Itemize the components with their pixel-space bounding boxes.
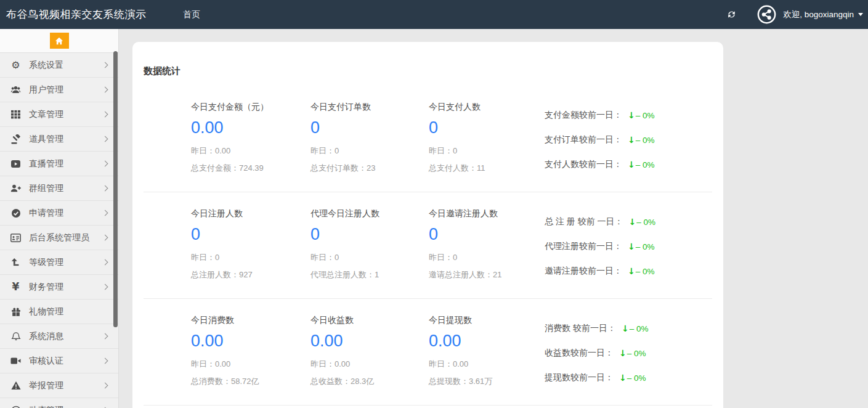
down-arrow-icon: ↓: [628, 160, 635, 169]
sidebar-item-system-settings[interactable]: ⚙ 系统设置: [0, 53, 118, 78]
sidebar-item-dynamics-management[interactable]: 动态管理: [0, 398, 118, 408]
chevron-right-icon: [102, 383, 108, 389]
down-arrow-icon: ↓: [622, 324, 629, 333]
comparison-line: 代理注册较前一日： ↓ – 0%: [545, 234, 712, 259]
sidebar-item-finance-management[interactable]: ¥ 财务管理: [0, 275, 118, 300]
comparison-label: 消费数 较前一日：: [545, 323, 616, 334]
comparison-line: 总 注 册 较前 一日： ↓ – 0%: [545, 210, 712, 234]
comparison-value: – 0%: [636, 242, 655, 251]
stat-yesterday: 昨日：0.00: [310, 359, 429, 370]
chevron-right-icon: [102, 235, 108, 241]
stat-value: 0: [310, 118, 429, 137]
sidebar-item-label: 用户管理: [29, 84, 103, 96]
comparison-label: 收益数较前一日：: [545, 348, 614, 359]
stats-row-consumption: 今日消费数 0.00 昨日：0.00 总消费数：58.72亿 今日收益数 0.0…: [144, 299, 712, 406]
stat-total: 总支付订单数：23: [310, 163, 429, 174]
sidebar-item-review-certification[interactable]: 审核认证: [0, 349, 118, 373]
navbar-right-group: 欢迎, bogoxiangqin: [726, 0, 863, 29]
sidebar-item-label: 礼物管理: [29, 306, 109, 317]
stat-label: 今日邀请注册人数: [429, 208, 545, 219]
stat-label: 代理今日注册人数: [310, 208, 429, 219]
home-button[interactable]: [50, 33, 69, 49]
sidebar-item-props-management[interactable]: 道具管理: [0, 127, 118, 152]
sidebar-item-label: 申请管理: [29, 208, 103, 219]
live-play-icon: [9, 160, 22, 168]
sidebar-item-group-management[interactable]: 群组管理: [0, 176, 118, 201]
id-card-icon: [9, 234, 22, 242]
chevron-right-icon: [102, 62, 108, 68]
stat-value: 0.00: [191, 332, 310, 351]
comparison-block: 消费数 较前一日： ↓ – 0% 收益数较前一日： ↓ – 0% 提现数较前一日…: [545, 316, 712, 390]
comparison-line: 支付订单较前一日： ↓ – 0%: [545, 128, 712, 152]
sidebar-item-label: 文章管理: [29, 109, 103, 120]
comparison-value: – 0%: [636, 160, 655, 169]
sidebar-item-application-management[interactable]: 申请管理: [0, 201, 118, 226]
stat-total: 总支付人数：11: [429, 163, 545, 174]
home-icon: [55, 37, 63, 45]
comparison-label: 提现数较前一日：: [545, 372, 614, 383]
stat-yesterday: 昨日：0: [310, 252, 429, 263]
stat-label: 今日支付订单数: [310, 102, 429, 113]
chevron-right-icon: [102, 284, 108, 290]
sidebar-item-system-messages[interactable]: 系统消息: [0, 324, 118, 349]
chevron-right-icon: [102, 358, 108, 364]
row-icon-spacer: [144, 102, 191, 177]
sidebar-item-article-management[interactable]: 文章管理: [0, 102, 118, 127]
stat-label: 今日支付金额（元）: [191, 102, 310, 113]
stat-yesterday: 昨日：0: [429, 145, 545, 157]
comparison-line: 消费数 较前一日： ↓ – 0%: [545, 316, 712, 341]
welcome-user-dropdown[interactable]: 欢迎, bogoxiangqin: [783, 9, 854, 20]
stat-yesterday: 昨日：0.00: [429, 359, 545, 370]
nav-home-link[interactable]: 首页: [183, 0, 200, 29]
sidebar-item-report-management[interactable]: 举报管理: [0, 373, 118, 398]
chevron-right-icon: [102, 186, 108, 192]
app-title: 布谷鸟视频相亲交友系统演示: [6, 0, 147, 29]
row-icon-spacer: [144, 208, 191, 284]
sidebar-item-label: 审核认证: [29, 356, 103, 367]
users-icon: [9, 85, 22, 94]
comparison-label: 邀请注册较前一日：: [545, 266, 622, 277]
chevron-right-icon: [102, 333, 108, 340]
stat-total: 总收益数：28.3亿: [310, 376, 429, 387]
sidebar-item-label: 道具管理: [29, 134, 103, 145]
grid-icon: [9, 110, 22, 119]
stat-value: 0.00: [429, 332, 545, 351]
down-arrow-icon: ↓: [629, 217, 636, 227]
chevron-right-icon: [102, 210, 108, 216]
sidebar-item-live-management[interactable]: 直播管理: [0, 152, 118, 176]
comparison-value: – 0%: [636, 218, 655, 227]
gift-icon: [9, 307, 22, 317]
stat-label: 今日消费数: [191, 315, 310, 326]
comparison-label: 总 注 册 较前 一日：: [545, 216, 623, 227]
sidebar-item-user-management[interactable]: 用户管理: [0, 78, 118, 102]
user-plus-icon: [9, 184, 22, 193]
sidebar-scrollbar-thumb[interactable]: [113, 51, 118, 327]
chevron-right-icon: [102, 87, 108, 93]
comparison-value: – 0%: [636, 267, 655, 276]
stat-card-invite-registrations: 今日邀请注册人数 0 昨日：0 邀请总注册人数：21: [429, 208, 545, 284]
sidebar-item-gift-management[interactable]: 礼物管理: [0, 300, 118, 324]
comparison-label: 代理注册较前一日：: [545, 241, 622, 252]
stat-yesterday: 昨日：0: [429, 252, 545, 263]
stat-total: 总注册人数：927: [191, 269, 310, 280]
refresh-icon[interactable]: [726, 9, 737, 20]
stat-card-today-consumption: 今日消费数 0.00 昨日：0.00 总消费数：58.72亿: [191, 315, 310, 390]
stat-value: 0: [191, 225, 310, 244]
caret-down-icon[interactable]: [858, 13, 863, 16]
comparison-label: 支付人数较前一日：: [545, 159, 622, 170]
down-arrow-icon: ↓: [628, 242, 635, 251]
down-arrow-icon: ↓: [619, 373, 627, 383]
stats-row-payments: 今日支付金额（元） 0.00 昨日：0.00 总支付金额：724.39 今日支付…: [144, 86, 712, 192]
stat-card-today-registrations: 今日注册人数 0 昨日：0 总注册人数：927: [191, 208, 310, 284]
sidebar-item-level-management[interactable]: 等级管理: [0, 250, 118, 275]
user-avatar-icon[interactable]: [757, 5, 776, 24]
stat-label: 今日支付人数: [429, 102, 545, 113]
stat-value: 0: [429, 118, 545, 137]
stat-total: 代理总注册人数：1: [310, 269, 429, 280]
sidebar-item-admin-management[interactable]: 后台系统管理员: [0, 226, 118, 250]
comparison-block: 总 注 册 较前 一日： ↓ – 0% 代理注册较前一日： ↓ – 0% 邀请注…: [545, 210, 712, 284]
stat-card-today-earnings: 今日收益数 0.00 昨日：0.00 总收益数：28.3亿: [310, 315, 429, 390]
down-arrow-icon: ↓: [619, 348, 627, 358]
sidebar-item-label: 财务管理: [29, 282, 103, 293]
stat-total: 总消费数：58.72亿: [191, 376, 310, 387]
